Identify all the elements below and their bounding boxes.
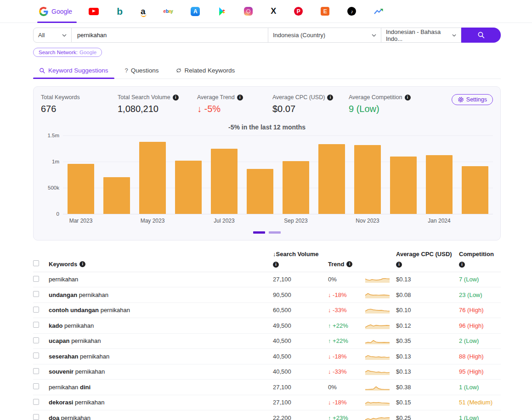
platform-tab-appstore[interactable]: A: [191, 0, 200, 22]
chart-pager: [41, 231, 493, 234]
pager-bar-active[interactable]: [253, 231, 265, 234]
platform-tab-trends[interactable]: [374, 0, 383, 22]
info-icon[interactable]: i: [79, 261, 85, 267]
search-network-chip[interactable]: Search Network: Google: [33, 48, 102, 57]
table-row[interactable]: contoh undangan pernikahan60,500↓ -33%$0…: [33, 303, 501, 319]
chart-bar-slot: [457, 135, 493, 214]
chart-x-tick: Jul 2023: [206, 218, 242, 224]
chart-bar-slot: [421, 135, 457, 214]
platform-tab-instagram[interactable]: [244, 0, 253, 22]
info-icon[interactable]: i: [396, 262, 402, 268]
table-row[interactable]: dekorasi pernikahan27,100↓ -18%$0.1551 (…: [33, 395, 501, 411]
keyword-text: contoh undangan: [49, 307, 99, 314]
trend-sparkline: [365, 366, 396, 377]
settings-button[interactable]: Settings: [452, 94, 493, 105]
header-search-volume[interactable]: ↓Search Volume i: [273, 251, 328, 268]
chart-bar-slot: [206, 135, 242, 214]
keyword-text: ucapan: [49, 337, 70, 344]
competition-cell: 51 (Medium): [459, 399, 501, 406]
table-row[interactable]: souvenir pernikahan40,500↓ -33%$0.1395 (…: [33, 364, 501, 380]
row-checkbox[interactable]: [33, 307, 39, 313]
keyword-cell: dekorasi pernikahan: [49, 399, 273, 406]
platform-tab-googleplay[interactable]: [218, 0, 226, 22]
info-icon[interactable]: i: [273, 262, 279, 268]
chevron-down-icon: [452, 34, 456, 37]
tab-label: Keyword Suggestions: [48, 67, 108, 74]
ebay-icon: ebay: [164, 9, 173, 14]
keyword-text: dekorasi: [49, 399, 73, 406]
row-checkbox[interactable]: [33, 291, 39, 297]
trend-down-value: ↓ -33%: [328, 368, 346, 375]
table-header: Keywords i ↓Search Volume i Trend i Aver…: [33, 251, 501, 272]
platform-tab-amazon[interactable]: a: [141, 0, 146, 22]
app-store-icon: A: [191, 7, 200, 16]
platform-tab-tiktok[interactable]: ♪: [347, 0, 356, 22]
trend-down-value: ↓ -33%: [328, 307, 346, 314]
info-icon[interactable]: i: [237, 95, 243, 101]
chart-x-tick: [99, 218, 135, 224]
table-body: pernikahan27,1000%$0.137 (Low)undangan p…: [33, 272, 501, 420]
chart-bar-may-2023: [139, 142, 166, 214]
table-row[interactable]: doa pernikahan22,200↑ +23%$0.251 (Low): [33, 410, 501, 420]
platform-tab-bing[interactable]: b: [117, 0, 123, 22]
trend-cell: ↓ -33%: [328, 307, 365, 314]
table-row[interactable]: pernikahan27,1000%$0.137 (Low): [33, 272, 501, 288]
row-checkbox[interactable]: [33, 368, 39, 374]
row-checkbox[interactable]: [33, 383, 39, 389]
platform-tab-google[interactable]: Google: [39, 0, 77, 22]
table-row[interactable]: ucapan pernikahan40,500↑ +22%$0.352 (Low…: [33, 334, 501, 349]
row-checkbox[interactable]: [33, 399, 39, 405]
keyword-text: dini: [80, 384, 91, 391]
info-icon[interactable]: i: [327, 95, 333, 101]
competition-cell: 88 (High): [459, 353, 501, 360]
keywords-table: Keywords i ↓Search Volume i Trend i Aver…: [33, 251, 501, 420]
stat-value: 1,080,210: [118, 104, 197, 114]
cpc-cell: $0.35: [396, 337, 459, 344]
row-checkbox[interactable]: [33, 337, 39, 343]
table-row[interactable]: seserahan pernikahan40,500↓ -18%$0.1388 …: [33, 349, 501, 364]
platform-tab-youtube[interactable]: [89, 0, 99, 22]
chart-y-tick: 1m: [52, 159, 59, 164]
select-all-checkbox[interactable]: [33, 260, 39, 266]
chart-bars: [63, 135, 493, 214]
chart-bar-jul-2023: [211, 149, 238, 214]
row-checkbox[interactable]: [33, 353, 39, 358]
chart-bar-jun-2023: [175, 161, 202, 214]
info-icon[interactable]: i: [173, 95, 179, 101]
table-row[interactable]: undangan pernikahan90,500↓ -18%$0.0823 (…: [33, 287, 501, 303]
table-row[interactable]: kado pernikahan49,500↑ +22%$0.1296 (High…: [33, 318, 501, 334]
tab-related-keywords[interactable]: Related Keywords: [170, 63, 241, 78]
search-type-select[interactable]: All: [33, 28, 72, 43]
country-select[interactable]: Indonesia (Country): [268, 28, 381, 43]
platform-bar: GooglebaebayAXPE♪: [0, 0, 532, 23]
chart-bar-oct-2023: [318, 144, 345, 214]
chart-x-tick: Jan 2024: [421, 218, 457, 224]
stat-value: 676: [41, 104, 118, 114]
trend-down-value: ↓ -18%: [328, 399, 346, 406]
stat-average-trend: Average Trendi↓ -5%: [197, 94, 272, 114]
row-checkbox[interactable]: [33, 276, 39, 282]
keyword-input[interactable]: [72, 32, 268, 39]
row-checkbox[interactable]: [33, 322, 39, 328]
platform-tab-ebay[interactable]: ebay: [164, 0, 173, 22]
header-competition: Competition: [459, 251, 494, 258]
keyword-text: pernikahan: [49, 276, 78, 283]
tab-questions[interactable]: ? Questions: [119, 63, 165, 78]
search-button[interactable]: [461, 28, 501, 43]
language-select[interactable]: Indonesian - Bahasa Indo...: [381, 28, 461, 43]
keyword-cell: seserahan pernikahan: [49, 353, 273, 360]
info-icon[interactable]: i: [346, 261, 352, 267]
platform-tab-pinterest[interactable]: P: [294, 0, 303, 22]
platform-tab-x[interactable]: X: [271, 0, 276, 22]
pager-bar-inactive[interactable]: [269, 231, 281, 234]
instagram-icon: [244, 7, 253, 16]
info-icon[interactable]: i: [405, 95, 411, 101]
info-icon[interactable]: i: [459, 262, 465, 268]
chart-bar-nov-2023: [354, 145, 381, 214]
trend-cell: ↑ +22%: [328, 322, 365, 329]
trend-cell: 0%: [328, 384, 365, 391]
platform-tab-etsy[interactable]: E: [321, 0, 329, 22]
tab-keyword-suggestions[interactable]: Keyword Suggestions: [33, 63, 114, 78]
table-row[interactable]: pernikahan dini27,1000%$0.381 (Low): [33, 380, 501, 395]
row-checkbox[interactable]: [33, 414, 39, 420]
